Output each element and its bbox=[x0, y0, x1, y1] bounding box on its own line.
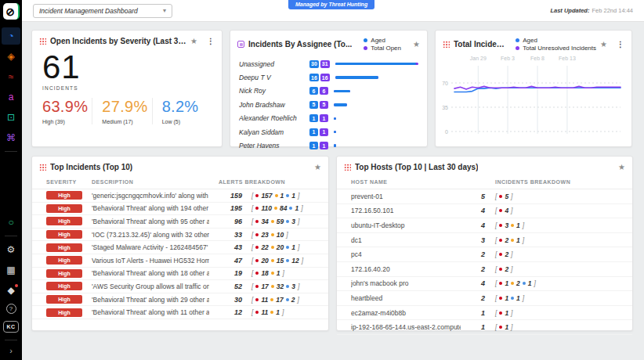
assignee-row: Kalyan Siddam11 bbox=[239, 125, 418, 139]
alerts-breakdown: [2] bbox=[495, 265, 623, 273]
dashboard-gauge-icon[interactable]: ◔ bbox=[2, 27, 20, 45]
kebab-menu-icon[interactable]: ⋮ bbox=[207, 37, 215, 45]
bracket: [ bbox=[251, 308, 253, 316]
host-row[interactable]: 172.16.40.202[2] bbox=[337, 262, 632, 277]
incident-row[interactable]: High'Behavioral Threat' along with 11 ot… bbox=[32, 306, 328, 319]
card-title: Top Hosts (Top 10 | Last 30 days) bbox=[355, 163, 478, 171]
protection-shield-icon[interactable]: ◈ bbox=[2, 48, 20, 65]
host-row[interactable]: 172.16.50.1014[4] bbox=[337, 204, 632, 219]
aged-bar bbox=[335, 63, 416, 66]
breakdown-dot-icon bbox=[270, 311, 273, 314]
bracket: ] bbox=[511, 323, 512, 331]
breakdown-value: 17 bbox=[276, 296, 283, 304]
sync-status-icon[interactable]: ○ bbox=[2, 214, 20, 231]
aged-count-badge: 1 bbox=[309, 142, 318, 149]
assignee-bar bbox=[334, 103, 418, 106]
settings-gear-icon[interactable]: ⚙ bbox=[2, 241, 20, 258]
incident-row[interactable]: High'generic:jsgcngqcmhovk.info' along w… bbox=[32, 189, 328, 203]
severity-badge: High bbox=[46, 256, 82, 265]
network-graph-icon[interactable]: ⌘ bbox=[2, 129, 20, 146]
incidents-by-assignee-card: Incidents By Assignee (To... AgedTotal O… bbox=[230, 30, 428, 147]
aged-count-badge: 1 bbox=[309, 128, 318, 136]
alerts-breakdown: [2310] bbox=[251, 231, 319, 239]
col-alerts-breakdown: ALERTS BREAKDOWN bbox=[219, 179, 319, 185]
host-row[interactable]: heartbleed2[11] bbox=[337, 291, 632, 306]
data-lake-icon[interactable]: a bbox=[2, 88, 20, 106]
kebab-menu-icon[interactable]: ⋮ bbox=[617, 40, 624, 49]
total-open-count-badge: 1 bbox=[320, 142, 328, 149]
total-open-count-badge: 6 bbox=[320, 87, 328, 95]
incident-description: 'Behavioral Threat' along with 18 other … bbox=[92, 269, 209, 277]
sophos-logo[interactable]: ⊘ bbox=[3, 3, 20, 20]
alert-total: 159 bbox=[219, 192, 242, 200]
whats-new-icon[interactable]: ◆ bbox=[2, 282, 20, 299]
breakdown-value: 110 bbox=[261, 204, 272, 212]
incident-row[interactable]: High'Behavioral Threat' along with 194 o… bbox=[32, 203, 328, 216]
apps-grid-icon[interactable]: ▦ bbox=[2, 261, 20, 279]
bracket: ] bbox=[511, 265, 512, 273]
incident-row[interactable]: High'AWS Security Group allows all traff… bbox=[32, 280, 328, 293]
host-name: pc4 bbox=[351, 250, 461, 258]
breakdown-dot-icon bbox=[255, 246, 259, 249]
breakdown-dot-icon bbox=[499, 326, 502, 329]
favorite-star-icon[interactable]: ★ bbox=[413, 41, 420, 49]
assignee-name: Peter Havens bbox=[239, 142, 309, 149]
breakdown-value: 2 bbox=[505, 236, 508, 244]
last-updated-label: Last Updated: bbox=[550, 7, 589, 14]
card-title: Top Incidents (Top 10) bbox=[50, 163, 132, 171]
incident-rows: High'generic:jsgcngqcmhovk.info' along w… bbox=[32, 189, 328, 319]
host-row[interactable]: john's macbook pro4[121] bbox=[337, 277, 632, 292]
bracket: [ bbox=[251, 192, 253, 200]
host-row[interactable]: ip-192-168-65-144.us-east-2.compute.inte… bbox=[337, 320, 632, 335]
incident-row[interactable]: High'Staged Malware Activity - 126248456… bbox=[32, 241, 328, 254]
host-row[interactable]: ec2amaz-m4i0b8b1[1] bbox=[337, 306, 632, 321]
favorite-star-icon[interactable]: ★ bbox=[314, 164, 321, 171]
incident-row[interactable]: High'Behavioral Threat' along with 18 ot… bbox=[32, 268, 328, 281]
endpoint-devices-icon[interactable]: ⊡ bbox=[2, 109, 20, 126]
breakdown-dot-icon bbox=[271, 246, 274, 249]
host-row[interactable]: dc13[21] bbox=[337, 233, 632, 248]
user-avatar[interactable]: KC bbox=[3, 321, 18, 333]
incident-total: 2 bbox=[471, 265, 485, 273]
favorite-star-icon[interactable]: ★ bbox=[190, 38, 197, 45]
breakdown-dot-icon bbox=[271, 220, 274, 223]
alerts-breakdown: [21] bbox=[495, 236, 623, 244]
bracket: ] bbox=[298, 218, 299, 225]
host-row[interactable]: ubuntu-IT-desktop4[31] bbox=[337, 218, 632, 233]
breakdown-dot-icon bbox=[255, 272, 259, 275]
incident-row[interactable]: High'Behavioral Threat' along with 29 ot… bbox=[32, 293, 328, 307]
host-name: prevent-01 bbox=[351, 193, 461, 200]
incident-row[interactable]: High'Behavioral Threat' along with 95 ot… bbox=[32, 215, 328, 229]
breakdown-value: 23 bbox=[261, 231, 268, 239]
dashboard-selector[interactable]: Incident Management Dashboard ▾ bbox=[33, 4, 172, 18]
breakdown-dot-icon bbox=[270, 298, 273, 301]
breakdown-value: 1 bbox=[291, 243, 295, 251]
col-description: DESCRIPTION bbox=[92, 179, 209, 185]
incident-total: 3 bbox=[471, 236, 485, 244]
incident-total: 4 bbox=[471, 221, 485, 229]
incident-row[interactable]: High'IOC (73.213.32.45)' along with 32 o… bbox=[32, 229, 328, 242]
favorite-star-icon[interactable]: ★ bbox=[618, 164, 625, 171]
aged-count-badge: 6 bbox=[309, 87, 318, 95]
bottom-row: Top Incidents (Top 10) ★ SEVERITY DESCRI… bbox=[31, 156, 635, 331]
severity-percentage: 27.9% bbox=[102, 98, 151, 116]
incident-row[interactable]: HighVarious IoT Alerts - Huawei HG532 Ho… bbox=[32, 254, 328, 268]
assignee-rows: Unassigned3031Deepu T V1616Nick Roy66Joh… bbox=[230, 55, 427, 153]
incident-description: 'Behavioral Threat' along with 29 other … bbox=[92, 296, 209, 304]
favorite-star-icon[interactable]: ★ bbox=[600, 41, 607, 49]
alerts-breakdown: [181] bbox=[251, 269, 319, 277]
host-name: heartbleed bbox=[351, 294, 461, 302]
alerts-breakdown: [11172] bbox=[251, 296, 319, 304]
total-open-count-badge: 5 bbox=[320, 101, 328, 109]
bracket: ] bbox=[298, 243, 299, 251]
breakdown-value: 2 bbox=[505, 265, 508, 273]
help-icon[interactable]: ? bbox=[6, 304, 16, 314]
bracket: [ bbox=[251, 218, 253, 225]
expand-sidebar-icon[interactable]: › bbox=[9, 346, 13, 355]
card-header: Incidents By Assignee (To... AgedTotal O… bbox=[230, 31, 427, 55]
top-incidents-card: Top Incidents (Top 10) ★ SEVERITY DESCRI… bbox=[31, 156, 329, 331]
breakdown-value: 1 bbox=[528, 279, 532, 287]
host-row[interactable]: prevent-015[5] bbox=[337, 189, 632, 204]
host-row[interactable]: pc42[2] bbox=[337, 247, 632, 262]
threat-analysis-icon[interactable]: ≈ bbox=[2, 68, 20, 85]
